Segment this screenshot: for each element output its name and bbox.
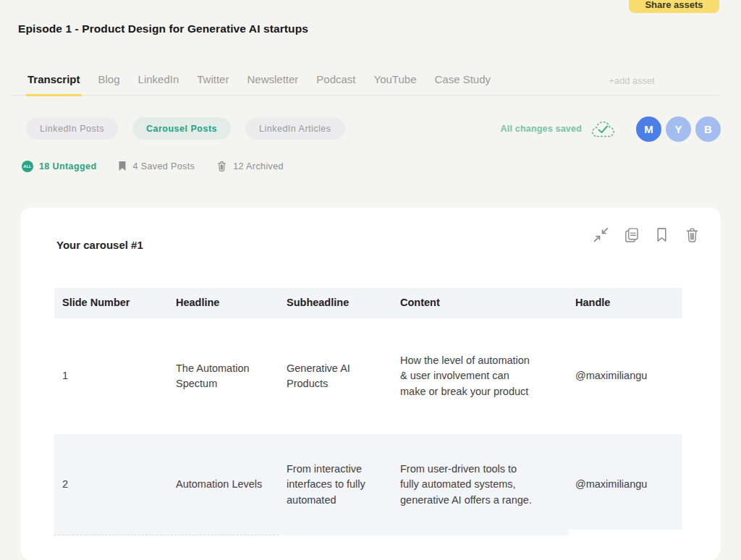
archived-label: 12 Archived bbox=[233, 161, 284, 171]
share-assets-button[interactable]: Share assets bbox=[629, 0, 719, 13]
tab-linkedin[interactable]: LinkedIn bbox=[138, 73, 179, 95]
col-header-headline: Headline bbox=[176, 295, 287, 310]
carousel-card: Your carousel #1 bbox=[20, 208, 721, 560]
cell-slide-number[interactable]: 1 bbox=[54, 368, 176, 383]
pill-linkedin-articles[interactable]: LinkedIn Articles bbox=[245, 117, 345, 140]
table-row: 2 Automation Levels From interactive int… bbox=[54, 434, 682, 535]
save-status-text: All changes saved bbox=[501, 124, 582, 134]
cloud-check-icon bbox=[588, 118, 617, 140]
stats-row: ALL 18 Untagged 4 Saved Posts 12 Archive… bbox=[22, 160, 284, 172]
carousel-table: Slide Number Headline Subheadline Conten… bbox=[54, 288, 682, 535]
cell-slide-number[interactable]: 2 bbox=[54, 477, 176, 492]
tab-transcript[interactable]: Transcript bbox=[27, 73, 80, 95]
saved-posts-label: 4 Saved Posts bbox=[132, 161, 195, 171]
bookmark-icon bbox=[118, 161, 127, 171]
cell-content[interactable]: How the level of automation & user invol… bbox=[400, 353, 575, 399]
tab-case-study[interactable]: Case Study bbox=[434, 73, 491, 95]
collaborator-avatars: M Y B bbox=[636, 116, 721, 142]
avatar-y[interactable]: Y bbox=[666, 116, 691, 142]
tab-blog[interactable]: Blog bbox=[98, 73, 120, 95]
tab-newsletter[interactable]: Newsletter bbox=[247, 73, 298, 95]
tab-twitter[interactable]: Twitter bbox=[197, 73, 229, 95]
trash-icon[interactable] bbox=[684, 226, 700, 243]
copy-icon[interactable] bbox=[623, 226, 640, 243]
table-header-row: Slide Number Headline Subheadline Conten… bbox=[54, 288, 682, 318]
avatar-m[interactable]: M bbox=[636, 116, 661, 142]
bookmark-icon[interactable] bbox=[653, 226, 670, 243]
table-row: 1 The Automation Spectum Generative AI P… bbox=[54, 318, 682, 434]
pill-carousel-posts[interactable]: Carousel Posts bbox=[132, 117, 231, 140]
col-header-slide-number: Slide Number bbox=[54, 295, 176, 310]
cell-subheadline[interactable]: From interactive interfaces to fully aut… bbox=[287, 462, 400, 507]
cell-handle[interactable]: @maximiliangu bbox=[575, 368, 682, 383]
asset-tabs: Transcript Blog LinkedIn Twitter Newslet… bbox=[12, 69, 721, 96]
add-asset-button[interactable]: +add asset bbox=[609, 76, 655, 86]
col-header-subheadline: Subheadline bbox=[287, 295, 400, 310]
pill-linkedin-posts[interactable]: LinkedIn Posts bbox=[26, 117, 118, 140]
cell-headline[interactable]: Automation Levels bbox=[176, 477, 287, 492]
all-tags-badge-icon: ALL bbox=[22, 161, 33, 172]
page-title: Episode 1 - Product Design for Generativ… bbox=[18, 22, 308, 35]
archived-filter[interactable]: 12 Archived bbox=[216, 160, 284, 172]
status-cluster: All changes saved M Y B bbox=[501, 116, 721, 142]
carousel-title: Your carousel #1 bbox=[56, 239, 143, 251]
saved-posts-filter[interactable]: 4 Saved Posts bbox=[118, 161, 195, 171]
cell-subheadline[interactable]: Generative AI Products bbox=[287, 361, 400, 391]
avatar-b[interactable]: B bbox=[695, 116, 721, 142]
col-header-content: Content bbox=[400, 295, 575, 310]
tab-podcast[interactable]: Podcast bbox=[316, 73, 355, 95]
untagged-filter[interactable]: ALL 18 Untagged bbox=[22, 161, 96, 172]
filter-pills: LinkedIn Posts Carousel Posts LinkedIn A… bbox=[26, 117, 345, 140]
cell-content[interactable]: From user-driven tools to fully automate… bbox=[400, 462, 575, 507]
cell-handle[interactable]: @maximiliangu bbox=[575, 477, 682, 492]
untagged-label: 18 Untagged bbox=[39, 161, 96, 171]
col-header-handle: Handle bbox=[575, 295, 682, 310]
trash-icon bbox=[216, 160, 227, 172]
cell-headline[interactable]: The Automation Spectum bbox=[176, 361, 287, 391]
card-toolbar bbox=[593, 226, 700, 243]
collapse-icon[interactable] bbox=[593, 226, 609, 243]
tab-youtube[interactable]: YouTube bbox=[374, 73, 417, 95]
